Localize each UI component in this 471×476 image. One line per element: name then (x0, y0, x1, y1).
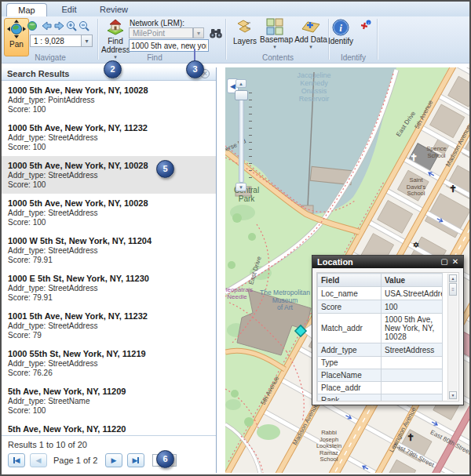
tab-map[interactable]: Map (6, 3, 47, 17)
previous-page-button[interactable]: ◀ (30, 453, 47, 467)
church-cross-icon: ✝ (407, 432, 414, 443)
scroll-up-icon[interactable]: ▲ (449, 274, 457, 282)
tab-review[interactable]: Review (92, 3, 136, 16)
forward-extent-arrow-icon[interactable] (53, 20, 65, 31)
result-address: 1000 5th Ave, New York, NY, 11232 (8, 123, 210, 133)
result-item[interactable]: 1000 W 5th St, New York, NY, 11204 Addr_… (2, 231, 216, 269)
zoom-slider-thumb[interactable] (235, 90, 248, 100)
back-extent-arrow-icon[interactable] (41, 20, 53, 31)
result-item[interactable]: 1000 5th Ave, New York, NY, 11232 Addr_t… (2, 118, 216, 156)
search-results-list: 1000 5th Ave, New York, NY, 10028 Addr_t… (2, 81, 216, 435)
network-combo-dropdown[interactable]: ▾ (193, 27, 204, 38)
table-row[interactable]: Loc_name USA.StreetAddress (318, 287, 443, 300)
binoculars-icon[interactable] (209, 27, 223, 39)
ribbon: Pan 1 : 9,028 ▾ Navigate Find Address ▾ … (2, 16, 469, 64)
result-addr-type: Addr_type: StreetName (8, 397, 210, 406)
close-icon[interactable]: ✕ (451, 257, 460, 267)
group-separator (225, 19, 227, 60)
result-score: Score: 100 (8, 143, 210, 152)
results-pagination-bar: Results 1 to 10 of 20 ◀ ◀ Page 1 of 2 ▶ … (2, 435, 216, 473)
group-separator (377, 19, 378, 60)
result-addr-type: Addr_type: StreetAddress (8, 209, 210, 218)
result-item[interactable]: 1000 5th Ave, New York, NY, 10028 Addr_t… (2, 81, 216, 118)
callout-badge-5: 5 (156, 160, 174, 178)
navigate-group-label: Navigate (15, 53, 86, 62)
pan-globe-icon (6, 19, 27, 39)
result-item[interactable]: 1000 55th St, New York, NY, 11219 Addr_t… (2, 344, 216, 382)
result-score: Score: 100 (8, 218, 210, 227)
result-item[interactable]: 5th Ave, New York, NY, 11220 Addr_type: … (2, 420, 216, 435)
result-score: Score: 79.91 (8, 256, 210, 265)
result-item[interactable]: 1000 E 5th St, New York, NY, 11230 Addr_… (2, 269, 216, 307)
network-combo[interactable]: MilePoint (129, 27, 193, 38)
group-separator (97, 19, 99, 60)
location-popup-title: Location (317, 257, 353, 267)
svg-text:i: i (339, 22, 342, 34)
layers-button[interactable]: Layers (231, 18, 259, 45)
map-label-met-museum: The Metropolitan Museum of Art (260, 289, 310, 312)
result-addr-type: Addr_type: PointAddress (8, 96, 210, 105)
result-item[interactable]: 1001 5th Ave, New York, NY, 11232 Addr_t… (2, 307, 216, 344)
full-extent-globe-icon[interactable] (27, 20, 38, 31)
zoom-out-icon[interactable] (78, 20, 90, 31)
add-data-button[interactable]: Add Data ▾ (294, 18, 328, 50)
layers-icon (236, 18, 254, 37)
scrollbar-thumb[interactable]: ≡ (449, 283, 457, 296)
pan-button[interactable]: Pan (4, 18, 29, 56)
field-cell: Match_addr (318, 314, 382, 343)
find-address-house-icon (105, 18, 126, 37)
zoom-slider-down-button[interactable]: ▼ (236, 183, 246, 191)
network-label: Network (LRM): (130, 19, 184, 27)
identify-location-tool-icon[interactable]: i (359, 20, 371, 32)
find-group-label: Find (119, 53, 190, 62)
value-cell (382, 382, 443, 394)
table-row[interactable]: Type (318, 357, 443, 369)
result-item[interactable]: 1000 5th Ave, New York, NY, 10028 Addr_t… (2, 194, 216, 231)
result-addr-type: Addr_type: StreetAddress (8, 359, 210, 369)
result-addr-type: Addr_type: StreetAddress (8, 171, 210, 180)
result-score: Score: 76.26 (8, 369, 210, 378)
result-score: Score: 100 (8, 406, 210, 416)
scroll-down-icon[interactable]: ▼ (449, 391, 457, 399)
table-row[interactable]: Rank (318, 394, 443, 402)
zoom-slider-track[interactable] (239, 89, 244, 183)
tab-edit[interactable]: Edit (49, 3, 89, 16)
last-page-button[interactable]: ▶ (127, 453, 144, 467)
location-popup-titlebar[interactable]: Location ▢ ✕ (312, 256, 463, 268)
result-score: Score: 79 (8, 331, 210, 340)
result-address: 1000 55th St, New York, NY, 11219 (8, 349, 210, 359)
layers-label: Layers (231, 37, 259, 45)
table-row[interactable]: Place_addr (318, 382, 443, 394)
zoom-slider-up-button[interactable]: ▲ (236, 79, 246, 88)
basemap-button[interactable]: Basemap ▾ (260, 18, 290, 50)
result-address: 1000 W 5th St, New York, NY, 11204 (8, 236, 210, 246)
map-label-spence-school: Spence School (426, 146, 446, 159)
maximize-icon[interactable]: ▢ (440, 257, 449, 267)
result-addr-type: Addr_type: StreetAddress (8, 322, 210, 331)
result-address: 1000 5th Ave, New York, NY, 10028 (8, 85, 210, 96)
identify-button[interactable]: i Identify (327, 18, 355, 45)
add-data-label: Add Data (294, 35, 328, 44)
value-cell (382, 357, 443, 369)
table-row[interactable]: PlaceName (318, 369, 443, 382)
identify-icon: i (331, 18, 350, 37)
add-data-caret-icon: ▾ (294, 44, 328, 50)
next-page-button[interactable]: ▶ (105, 453, 122, 467)
table-row[interactable]: Score 100 (318, 300, 443, 314)
first-page-button[interactable]: ◀ (8, 453, 25, 467)
value-column-header: Value (382, 274, 443, 287)
result-item[interactable]: 5th Ave, New York, NY, 11209 Addr_type: … (2, 382, 216, 420)
table-row[interactable]: Match_addr 1000 5th Ave, New York, NY, 1… (318, 314, 443, 343)
zoom-in-icon[interactable] (66, 20, 78, 31)
church-cross-icon: ✝ (410, 152, 418, 163)
result-item-selected[interactable]: 1000 5th Ave, New York, NY, 10028 Addr_t… (2, 156, 216, 194)
callout-badge-6: 6 (156, 450, 174, 468)
find-address-input[interactable] (129, 39, 209, 52)
result-score: Score: 100 (8, 180, 210, 190)
result-addr-type: Addr_type: StreetAddress (8, 284, 210, 293)
table-scrollbar[interactable]: ▲ ≡ ▼ (447, 274, 458, 400)
field-cell: Addr_type (318, 343, 382, 357)
callout-badge-2: 2 (104, 60, 122, 78)
table-row[interactable]: Addr_type StreetAddress (318, 343, 443, 357)
scale-dropdown-button[interactable]: ▾ (81, 35, 93, 47)
